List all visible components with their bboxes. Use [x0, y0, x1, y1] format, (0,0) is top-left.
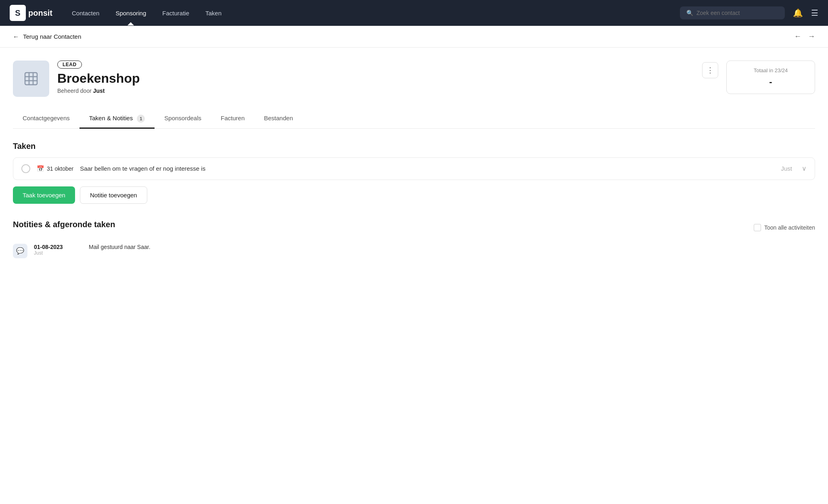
company-logo [13, 61, 49, 97]
action-buttons: Taak toevoegen Notitie toevoegen [13, 186, 815, 204]
search-icon: 🔍 [686, 10, 693, 16]
notities-header: Notities & afgeronde taken Toon alle act… [13, 220, 815, 236]
contact-info: LEAD Broekenshop Beheerd door Just [57, 61, 694, 94]
logo-box: S [10, 5, 26, 21]
task-date: 📅 31 oktober [37, 165, 73, 172]
add-note-button[interactable]: Notitie toevoegen [80, 186, 147, 204]
tab-taken-notities[interactable]: Taken & Notities 1 [79, 110, 155, 129]
calendar-icon: 📅 [37, 165, 44, 172]
note-item: 💬 01-08-2023 Just Mail gestuurd naar Saa… [13, 244, 815, 258]
prev-arrow-icon[interactable]: ← [794, 32, 801, 41]
back-arrow-icon: ← [13, 33, 19, 40]
totaal-value: - [740, 77, 802, 87]
search-bar[interactable]: 🔍 [680, 6, 785, 19]
nav-sponsoring[interactable]: Sponsoring [109, 6, 153, 20]
managed-by: Beheerd door Just [57, 88, 694, 94]
totaal-card: Totaal in 23/24 - [726, 61, 815, 94]
navbar-right: 🔔 ☰ [793, 8, 818, 18]
search-input[interactable] [696, 10, 778, 16]
notities-title: Notities & afgeronde taken [13, 220, 115, 229]
note-text: Mail gestuurd naar Saar. [89, 244, 151, 250]
note-author: Just [34, 250, 82, 256]
task-chevron-icon[interactable]: ∨ [802, 165, 807, 172]
tab-badge: 1 [137, 115, 145, 123]
navbar: S ponsit Contacten Sponsoring Facturatie… [0, 0, 828, 26]
company-name: Broekenshop [57, 71, 694, 86]
note-icon: 💬 [13, 244, 27, 258]
tab-contactgegevens[interactable]: Contactgegevens [13, 110, 79, 129]
show-all-toggle[interactable]: Toon alle activiteiten [754, 224, 815, 231]
task-description: Saar bellen om te vragen of er nog inter… [80, 165, 774, 172]
menu-icon[interactable]: ☰ [811, 8, 818, 18]
more-button[interactable]: ⋮ [702, 62, 718, 78]
logo-text: ponsit [28, 8, 52, 18]
nav-links: Contacten Sponsoring Facturatie Taken [65, 6, 680, 20]
task-assignee: Just [781, 165, 792, 172]
task-checkbox[interactable] [21, 164, 30, 173]
show-all-checkbox[interactable] [754, 224, 761, 231]
back-label: Terug naar Contacten [23, 33, 81, 40]
tab-sponsordeals[interactable]: Sponsordeals [155, 110, 211, 129]
taken-title: Taken [13, 142, 815, 151]
nav-contacten[interactable]: Contacten [65, 6, 106, 20]
lead-badge: LEAD [57, 61, 82, 69]
notification-icon[interactable]: 🔔 [793, 8, 803, 18]
show-all-label: Toon alle activiteiten [764, 224, 815, 231]
nav-facturatie[interactable]: Facturatie [156, 6, 196, 20]
note-meta: 01-08-2023 Just [34, 244, 82, 257]
tab-bestanden[interactable]: Bestanden [254, 110, 303, 129]
note-content: Mail gestuurd naar Saar. [89, 244, 151, 250]
logo[interactable]: S ponsit [10, 5, 52, 21]
next-arrow-icon[interactable]: → [808, 32, 815, 41]
contact-header: LEAD Broekenshop Beheerd door Just ⋮ Tot… [13, 61, 815, 97]
nav-taken[interactable]: Taken [199, 6, 228, 20]
breadcrumb-bar: ← Terug naar Contacten ← → [0, 26, 828, 48]
note-date: 01-08-2023 [34, 244, 82, 250]
svg-rect-0 [25, 73, 37, 85]
back-link[interactable]: ← Terug naar Contacten [13, 33, 81, 40]
add-task-button[interactable]: Taak toevoegen [13, 186, 75, 204]
nav-arrows: ← → [794, 32, 815, 41]
main-content: LEAD Broekenshop Beheerd door Just ⋮ Tot… [0, 48, 828, 504]
tabs: Contactgegevens Taken & Notities 1 Spons… [13, 110, 815, 129]
task-item: 📅 31 oktober Saar bellen om te vragen of… [13, 157, 815, 180]
totaal-label: Totaal in 23/24 [740, 67, 802, 73]
tab-facturen[interactable]: Facturen [211, 110, 254, 129]
